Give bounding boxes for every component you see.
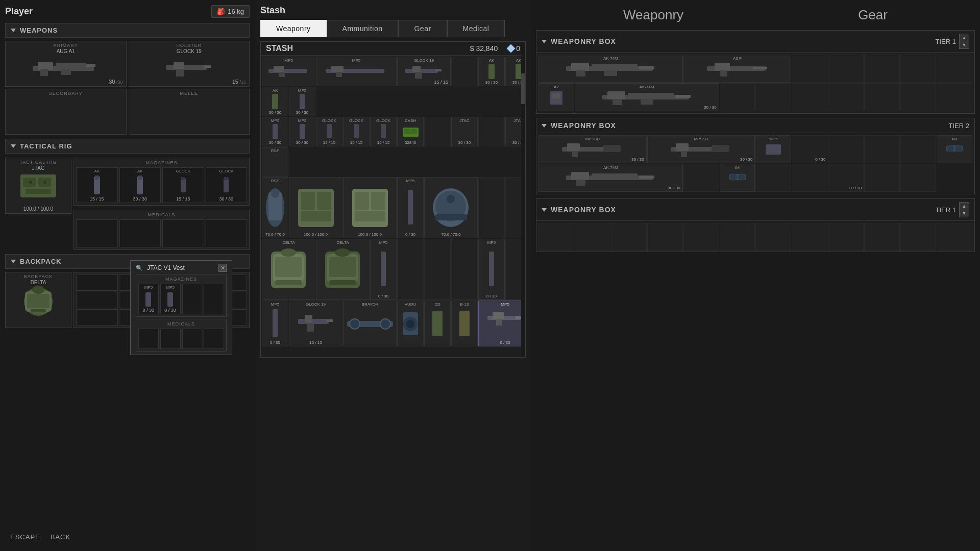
- box-1-empty-10[interactable]: [864, 83, 900, 111]
- stash-bp-mp5[interactable]: MP5 0 / 30: [370, 239, 397, 300]
- box-2-empty-8[interactable]: 30 / 30: [828, 164, 864, 192]
- melee-weapon-slot[interactable]: MELEE: [129, 89, 250, 135]
- primary-weapon-slot[interactable]: PRIMARY AUG A1 30 /30: [5, 41, 127, 87]
- stash-item-glock19[interactable]: GLOCK 19 15 / 15: [397, 57, 451, 86]
- stash-cash[interactable]: CASH 32840: [397, 117, 424, 146]
- stash-empty-7[interactable]: [424, 239, 451, 300]
- stash-vudu[interactable]: VUDU: [397, 300, 424, 346]
- box-3-tier-up[interactable]: ▲: [960, 203, 969, 210]
- box-3-cell-2[interactable]: [575, 223, 610, 251]
- box-2-empty-5[interactable]: [683, 164, 719, 192]
- box-1-tier-up[interactable]: ▲: [960, 34, 969, 41]
- stash-mp5-mag-3[interactable]: MP5 30 / 30: [289, 117, 315, 146]
- stash-bravo4[interactable]: BRAVO4: [343, 300, 397, 346]
- stash-item-mp5-1[interactable]: MP5: [262, 57, 315, 86]
- box-1-empty-9[interactable]: [828, 83, 864, 111]
- box-1-a3f[interactable]: A3 F: [683, 55, 792, 83]
- box-3-cell-11[interactable]: [900, 223, 936, 251]
- box-1-empty-4[interactable]: [900, 55, 936, 83]
- stash-mp5-mag-2[interactable]: MP5 30 / 30: [262, 117, 288, 146]
- box-2-empty-6[interactable]: [755, 164, 791, 192]
- box-1-tier-down[interactable]: ▼: [960, 41, 969, 48]
- box-2-empty-9[interactable]: [864, 164, 900, 192]
- mag-slot-1[interactable]: AK 30 / 30: [119, 167, 161, 203]
- tab-right-weaponry[interactable]: Weaponry: [613, 5, 694, 26]
- tab-ammunition[interactable]: Ammunition: [327, 20, 399, 37]
- backpack-cell-0[interactable]: [76, 274, 118, 291]
- box-1-empty-3[interactable]: [864, 55, 900, 83]
- back-button[interactable]: BACK: [51, 533, 70, 541]
- box-3-cell-8[interactable]: [792, 223, 827, 251]
- box-3-cell-6[interactable]: [720, 223, 755, 251]
- stash-vest-2[interactable]: 100.0 / 100.0: [343, 177, 397, 238]
- stash-empty-2[interactable]: [424, 117, 451, 146]
- stash-mp5-selected[interactable]: MP5 0 / 30: [478, 300, 525, 346]
- box-3-cell-12[interactable]: [937, 223, 972, 251]
- box-2-mpssd-1[interactable]: MPSSD 30 / 30: [538, 135, 647, 163]
- tooltip-med-3[interactable]: [204, 329, 224, 349]
- stash-rsp-tall[interactable]: RSP 70.0 / 70.0: [262, 177, 288, 238]
- box-2-empty-3[interactable]: [864, 135, 900, 163]
- mag-slot-2[interactable]: GLOCK 15 / 15: [162, 167, 204, 203]
- box-2-im-1[interactable]: IM: [937, 135, 972, 163]
- box-1-empty-7[interactable]: [755, 83, 791, 111]
- tab-right-gear[interactable]: Gear: [848, 5, 898, 26]
- stash-vest-1[interactable]: 100.0 / 100.0: [289, 177, 342, 238]
- box-1-empty-5[interactable]: [937, 55, 972, 83]
- backpack-cell-4[interactable]: [76, 292, 118, 308]
- med-slot-2[interactable]: [162, 219, 204, 247]
- box-1-ak74m-2[interactable]: AK-74M 30 / 30: [575, 83, 719, 111]
- tooltip-med-2[interactable]: [182, 329, 203, 349]
- box-2-ak74m[interactable]: AK-74M 30 / 30: [538, 164, 683, 192]
- box-3-tier-arrows[interactable]: ▲ ▼: [959, 202, 969, 217]
- stash-delta-2[interactable]: DELTA: [316, 239, 370, 300]
- tab-weaponry[interactable]: Weaponry: [260, 20, 327, 37]
- tab-gear[interactable]: Gear: [398, 20, 447, 37]
- stash-empty-8[interactable]: [451, 239, 478, 300]
- weapons-section-header[interactable]: WEAPONS: [5, 23, 250, 38]
- box-3-cell-10[interactable]: [864, 223, 900, 251]
- stash-glock-mag-1[interactable]: GLOCK 15 / 15: [316, 117, 342, 146]
- box-1-empty-6[interactable]: [720, 83, 755, 111]
- stash-b13[interactable]: B-13: [451, 300, 478, 346]
- stash-glock19-bottom[interactable]: GLOCK 19 15 / 15: [289, 300, 342, 346]
- med-slot-1[interactable]: [119, 219, 161, 247]
- box-2-empty-7[interactable]: [792, 164, 827, 192]
- stash-item-mp5-2[interactable]: MP5: [316, 57, 397, 86]
- escape-button[interactable]: ESCAPE: [10, 533, 40, 541]
- box-1-tier-arrows[interactable]: ▲ ▼: [959, 34, 969, 49]
- holster-weapon-slot[interactable]: HOLSTER GLOCK 19 15 /15: [129, 41, 250, 87]
- box-1-a2[interactable]: A2: [538, 83, 574, 111]
- stash-mp5-mag-1[interactable]: MP5 30 / 30: [289, 87, 315, 116]
- stash-empty-6[interactable]: [397, 239, 424, 300]
- tooltip-mag-3[interactable]: [204, 284, 224, 314]
- med-slot-0[interactable]: [76, 219, 118, 247]
- stash-empty-3[interactable]: [478, 117, 505, 146]
- box-2-empty-10[interactable]: [900, 164, 936, 192]
- tab-medical[interactable]: Medical: [447, 20, 505, 37]
- stash-helmet[interactable]: 70.0 / 70.0: [424, 177, 478, 238]
- scroll-thumb[interactable]: [521, 73, 525, 104]
- box-1-empty-2[interactable]: [828, 55, 864, 83]
- box-3-cell-7[interactable]: [755, 223, 791, 251]
- tooltip-mag-1[interactable]: MP5 0 / 30: [160, 284, 181, 314]
- box-3-cell-4[interactable]: [647, 223, 683, 251]
- box-3-cell-3[interactable]: [611, 223, 647, 251]
- stash-dd[interactable]: DD: [424, 300, 451, 346]
- tooltip-mag-2[interactable]: [182, 284, 203, 314]
- backpack-main-slot[interactable]: BACKPACK DELTA: [5, 272, 71, 328]
- stash-delta-1[interactable]: DELTA: [262, 239, 315, 300]
- stash-mp5-bottom[interactable]: MP5 0 / 30: [262, 300, 288, 346]
- box-1-empty-11[interactable]: [900, 83, 936, 111]
- box-3-tier-down[interactable]: ▼: [960, 210, 969, 217]
- box-1-empty-1[interactable]: [792, 55, 827, 83]
- stash-glock-mag-2[interactable]: GLOCK 15 / 15: [343, 117, 370, 146]
- box-3-cell-1[interactable]: [538, 223, 574, 251]
- tooltip-med-0[interactable]: [138, 329, 159, 349]
- box-1-empty-12[interactable]: [937, 83, 972, 111]
- box-2-mp5[interactable]: MP5: [755, 135, 791, 163]
- stash-bp-mp5-2[interactable]: MP5 0 / 30: [478, 239, 505, 300]
- box-2-empty-2[interactable]: [828, 135, 864, 163]
- tactical-rig-section-header[interactable]: TACTICAL RIG: [5, 139, 250, 154]
- box-3-cell-9[interactable]: [828, 223, 864, 251]
